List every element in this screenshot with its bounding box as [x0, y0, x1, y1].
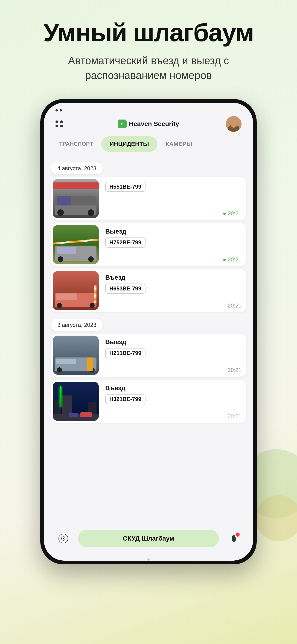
svg-point-5: [64, 536, 66, 537]
avatar[interactable]: [226, 116, 242, 132]
tab-cameras[interactable]: КАМЕРЫ: [157, 136, 200, 152]
svg-point-4: [62, 538, 64, 539]
time-1: 20:21: [105, 210, 242, 217]
date-header-1: 4 августа, 2023: [51, 162, 103, 174]
incident-info-1: Н551ВЕ-799 20:21: [100, 177, 246, 220]
camera-nav-button[interactable]: [56, 531, 71, 546]
time-4: 20:21: [105, 367, 242, 373]
date-header-2: 3 августа, 2023: [51, 319, 103, 331]
menu-icon[interactable]: [56, 120, 71, 127]
logo-icon: [118, 120, 127, 128]
status-bar: [44, 103, 253, 114]
app-header: Heaven Security: [44, 114, 253, 136]
incident-image-2: [53, 225, 99, 264]
incident-card-3[interactable]: Въезд Н653ВЕ-799 20:21: [51, 269, 246, 312]
incident-image-3: [53, 271, 99, 310]
incident-type-4: Выезд: [105, 338, 242, 346]
incident-card-2[interactable]: Выезд Н752ВЕ-799 20:21: [51, 223, 246, 266]
bottom-nav: СКУД Шлагбаум: [44, 525, 253, 556]
plate-1: Н551ВЕ-799: [105, 182, 146, 192]
incident-info-5: Въезд Н321ВЕ-799 20:21: [100, 380, 246, 423]
tab-transport[interactable]: ТРАНСПОРТ: [51, 136, 101, 151]
tabs-container: ТРАНСПОРТ ИНЦИДЕНТЫ КАМЕРЫ: [44, 136, 253, 156]
app-logo: Heaven Security: [118, 120, 179, 128]
incident-card-5[interactable]: Въезд Н321ВЕ-799 20:21: [51, 380, 246, 423]
plate-4: Н211ВЕ-799: [105, 348, 146, 358]
incident-card-1[interactable]: Н551ВЕ-799 20:21: [51, 177, 246, 220]
incident-info-2: Выезд Н752ВЕ-799 20:21: [100, 223, 246, 266]
date-group-1: 4 августа, 2023: [51, 159, 246, 312]
incidents-list: 4 августа, 2023: [44, 156, 253, 525]
home-indicator: [147, 558, 150, 560]
incident-type-5: Въезд: [105, 384, 242, 392]
time-3: 20:21: [105, 302, 242, 309]
incident-card-4[interactable]: Выезд Н211ВЕ-799 20:21: [51, 334, 246, 376]
plate-2: Н752ВЕ-799: [105, 238, 146, 248]
notifications-button[interactable]: [226, 531, 242, 546]
incident-info-3: Въезд Н653ВЕ-799 20:21: [100, 269, 246, 312]
menu-dots-icon[interactable]: [56, 109, 70, 112]
svg-rect-6: [232, 540, 235, 542]
phone-screen: Heaven Security ТРАНСПОРТ ИНЦИДЕНТЫ КАМЕ…: [44, 103, 253, 560]
incident-image-1: [53, 179, 99, 218]
incident-info-4: Выезд Н211ВЕ-799 20:21: [100, 334, 246, 376]
app-name: Heaven Security: [129, 120, 179, 128]
tab-incidents[interactable]: ИНЦИДЕНТЫ: [101, 136, 157, 152]
skud-button[interactable]: СКУД Шлагбаум: [78, 530, 219, 547]
incident-type-3: Въезд: [105, 274, 242, 281]
plate-5: Н321ВЕ-799: [105, 394, 146, 404]
page-header: Умный шлагбаум Автоматический въезд и вы…: [0, 0, 297, 92]
phone-frame: Heaven Security ТРАНСПОРТ ИНЦИДЕНТЫ КАМЕ…: [40, 99, 257, 564]
page-title: Умный шлагбаум: [14, 18, 283, 46]
page-subtitle: Автоматический въезд и выезд сраспознава…: [14, 53, 283, 83]
incident-type-2: Выезд: [105, 228, 242, 235]
incident-image-5: [53, 382, 99, 421]
notification-badge: [236, 532, 240, 537]
incident-image-4: [53, 336, 99, 375]
time-5: 20:21: [105, 413, 242, 420]
time-2: 20:21: [105, 256, 242, 263]
date-group-2: 3 августа, 2023: [51, 315, 246, 423]
plate-3: Н653ВЕ-799: [105, 284, 146, 294]
